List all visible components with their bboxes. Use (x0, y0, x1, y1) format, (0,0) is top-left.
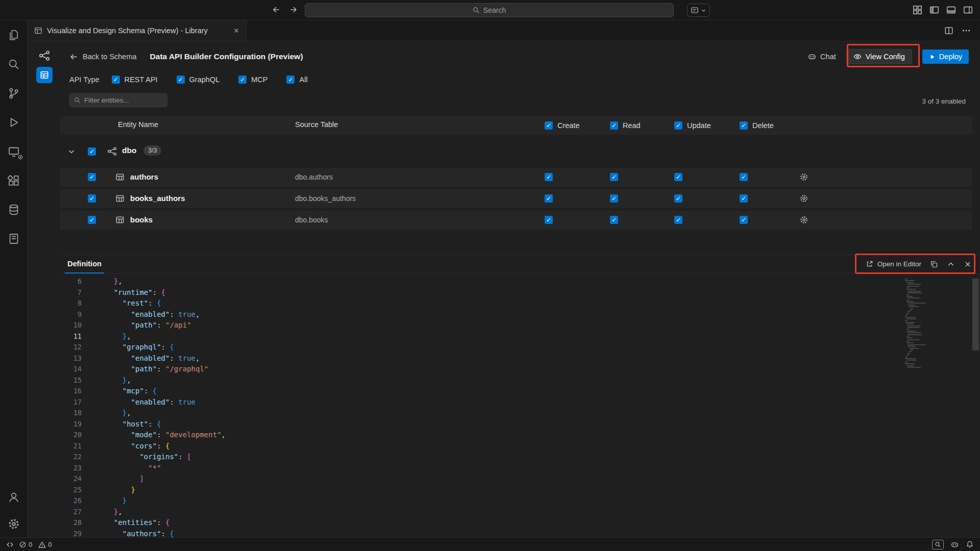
op-checkbox[interactable]: ✓ (674, 173, 682, 181)
op-checkbox[interactable]: ✓ (610, 173, 618, 181)
api-type-option[interactable]: ✓REST API (112, 76, 158, 84)
close-icon[interactable] (964, 260, 972, 268)
filter-entities-input[interactable] (84, 96, 156, 104)
code-line[interactable]: 24 ] (60, 473, 980, 485)
op-checkbox[interactable]: ✓ (740, 194, 748, 203)
code-line[interactable]: 17 "enabled": true (60, 397, 980, 408)
checkbox[interactable]: ✓ (112, 76, 120, 84)
forward-arrow-icon[interactable] (289, 5, 298, 14)
op-checkbox[interactable]: ✓ (610, 216, 618, 224)
close-icon[interactable] (233, 27, 240, 34)
tab-visualize-schema[interactable]: Visualize and Design Schema (Preview) - … (28, 20, 247, 41)
checkbox[interactable]: ✓ (177, 76, 185, 84)
op-checkbox[interactable]: ✓ (545, 216, 553, 224)
extensions-icon[interactable] (0, 166, 28, 195)
back-arrow-icon[interactable] (272, 5, 281, 14)
view-config-button[interactable]: View Config (846, 49, 912, 64)
code-line[interactable]: 28 "entities": { (60, 517, 980, 529)
code-line[interactable]: 10 "path": "/api" (60, 320, 980, 331)
op-master-checkbox[interactable]: ✓ (545, 121, 553, 130)
checkbox[interactable]: ✓ (238, 76, 247, 84)
op-master-checkbox[interactable]: ✓ (740, 121, 748, 130)
code-line[interactable]: 23 "*" (60, 463, 980, 474)
remote-explorer-icon[interactable] (0, 137, 28, 166)
code-line[interactable]: 13 "enabled": true, (60, 353, 980, 364)
code-line[interactable]: 16 "mcp": { (60, 386, 980, 397)
scrollbar-thumb[interactable] (972, 279, 979, 350)
explorer-icon[interactable] (0, 20, 28, 49)
layout-dropdown-button[interactable] (687, 4, 710, 17)
api-type-option[interactable]: ✓GraphQL (177, 76, 220, 84)
gear-icon-wrap[interactable] (799, 215, 808, 224)
copy-icon[interactable] (930, 260, 938, 268)
code-line[interactable]: 18 }, (60, 408, 980, 419)
filter-entities-box[interactable] (69, 93, 167, 107)
code-line[interactable]: 22 "origins": [ (60, 452, 980, 463)
api-type-option[interactable]: ✓All (286, 76, 307, 84)
source-control-icon[interactable] (0, 79, 28, 108)
chevron-up-icon[interactable] (947, 260, 955, 268)
entity-row[interactable]: ✓authorsdbo.authors✓✓✓✓ (60, 168, 972, 187)
run-debug-icon[interactable] (0, 108, 28, 137)
open-in-editor-button[interactable]: Open in Editor (866, 260, 921, 268)
entity-row[interactable]: ✓books_authorsdbo.books_authors✓✓✓✓ (60, 189, 972, 208)
entity-row[interactable]: ✓booksdbo.books✓✓✓✓ (60, 211, 972, 230)
search-icon[interactable] (0, 49, 28, 79)
toggle-panel-icon[interactable] (946, 5, 956, 15)
op-master-checkbox[interactable]: ✓ (674, 121, 682, 130)
back-to-schema-link[interactable]: Back to Schema (69, 53, 137, 61)
gear-icon[interactable] (799, 194, 808, 203)
customize-layout-icon[interactable] (913, 5, 922, 15)
code-line[interactable]: 25 } (60, 485, 980, 496)
gear-icon[interactable] (799, 215, 808, 224)
definition-tab[interactable]: Definition (65, 255, 104, 273)
code-line[interactable]: 27 }, (60, 507, 980, 518)
zoom-indicator[interactable] (932, 540, 944, 549)
row-checkbox[interactable]: ✓ (88, 173, 96, 181)
command-center-search[interactable]: Search (305, 3, 674, 17)
group-checkbox[interactable]: ✓ (88, 147, 96, 156)
split-editor-icon[interactable] (944, 26, 953, 35)
op-checkbox[interactable]: ✓ (610, 194, 618, 203)
op-checkbox[interactable]: ✓ (674, 216, 682, 224)
accounts-icon[interactable] (0, 484, 28, 511)
code-line[interactable]: 19 "host": { (60, 419, 980, 430)
checkbox[interactable]: ✓ (286, 76, 295, 84)
gear-icon-wrap[interactable] (799, 194, 808, 203)
more-actions-icon[interactable] (962, 26, 971, 35)
schema-group-row[interactable]: ✓ dbo 3/3 (60, 141, 972, 162)
copilot-icon[interactable] (950, 540, 959, 549)
dab-config-icon[interactable] (36, 67, 53, 83)
code-line[interactable]: 7 "runtime": { (60, 287, 980, 298)
database-icon[interactable] (0, 195, 28, 224)
problems-indicator[interactable]: 0 0 (19, 541, 52, 548)
op-checkbox[interactable]: ✓ (740, 216, 748, 224)
code-editor[interactable]: 6 },7 "runtime": {8 "rest": {9 "enabled"… (60, 274, 980, 537)
api-type-option[interactable]: ✓MCP (238, 76, 267, 84)
op-checkbox[interactable]: ✓ (545, 173, 553, 181)
toggle-sidebar-icon[interactable] (929, 5, 939, 15)
chat-button[interactable]: Chat (807, 52, 836, 61)
op-master-checkbox[interactable]: ✓ (610, 121, 618, 130)
op-checkbox[interactable]: ✓ (674, 194, 682, 203)
remote-icon[interactable] (6, 541, 14, 548)
code-line[interactable]: 26 } (60, 495, 980, 507)
code-line[interactable]: 21 "cors": { (60, 441, 980, 452)
deploy-button[interactable]: Deploy (922, 49, 969, 64)
bell-icon[interactable] (966, 540, 974, 548)
code-line[interactable]: 20 "mode": "development", (60, 430, 980, 441)
code-line[interactable]: 8 "rest": { (60, 298, 980, 309)
toggle-secondary-sidebar-icon[interactable] (963, 5, 973, 15)
schema-visualizer-icon[interactable] (39, 50, 50, 61)
code-line[interactable]: 29 "authors": { (60, 529, 980, 538)
chevron-down-icon[interactable] (67, 147, 76, 156)
settings-gear-icon[interactable] (0, 511, 28, 537)
row-checkbox[interactable]: ✓ (88, 194, 96, 203)
op-checkbox[interactable]: ✓ (740, 173, 748, 181)
code-line[interactable]: 12 "graphql": { (60, 342, 980, 353)
code-line[interactable]: 9 "enabled": true, (60, 309, 980, 320)
minimap[interactable] (903, 279, 944, 381)
gear-icon[interactable] (799, 172, 808, 182)
row-checkbox[interactable]: ✓ (88, 216, 96, 224)
gear-icon-wrap[interactable] (799, 172, 808, 182)
